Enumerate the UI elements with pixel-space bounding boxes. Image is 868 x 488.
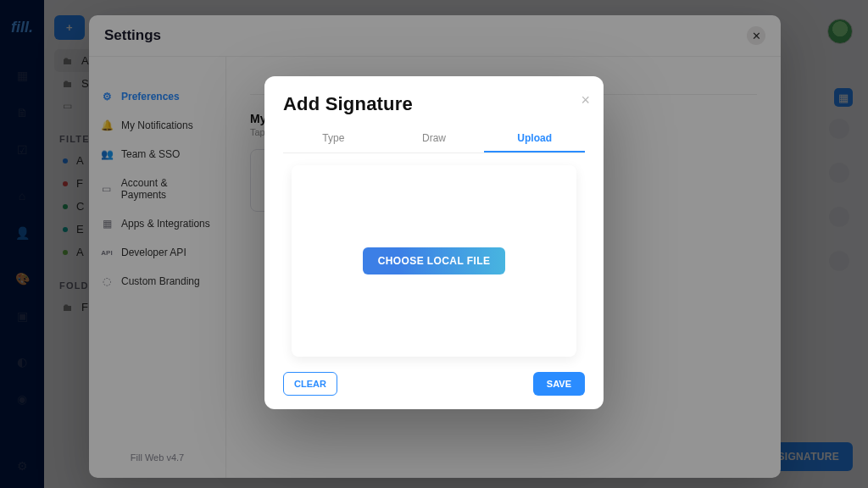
choose-file-button[interactable]: CHOOSE LOCAL FILE	[363, 247, 506, 274]
add-signature-modal: Add Signature × Type Draw Upload CHOOSE …	[264, 76, 604, 409]
tab-draw[interactable]: Draw	[384, 127, 485, 152]
tab-type[interactable]: Type	[283, 127, 384, 152]
clear-button[interactable]: CLEAR	[283, 372, 337, 396]
signature-tabs: Type Draw Upload	[283, 127, 585, 153]
tab-upload[interactable]: Upload	[484, 127, 585, 152]
add-signature-title: Add Signature	[283, 93, 585, 115]
close-icon[interactable]: ×	[581, 92, 590, 109]
upload-dropzone[interactable]: CHOOSE LOCAL FILE	[292, 165, 576, 357]
save-button[interactable]: SAVE	[533, 372, 585, 396]
